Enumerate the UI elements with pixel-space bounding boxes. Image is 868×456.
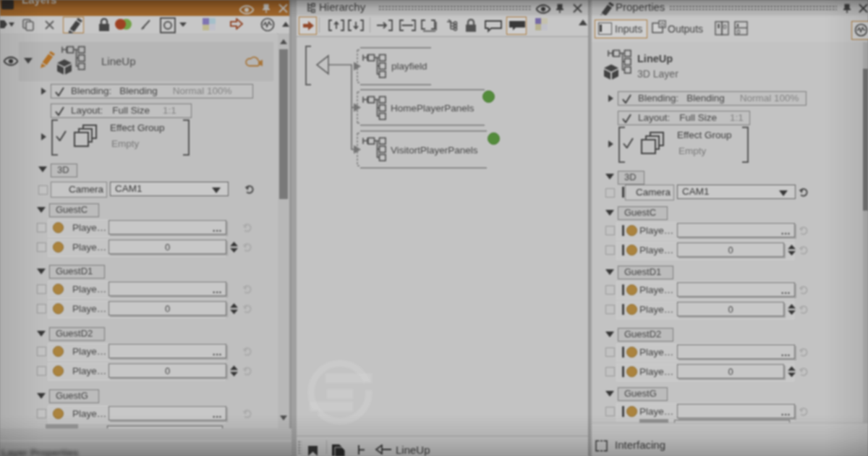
svg-text:0: 0	[660, 21, 664, 28]
svg-text:0: 0	[723, 23, 727, 30]
svg-text:0: 0	[737, 28, 741, 35]
